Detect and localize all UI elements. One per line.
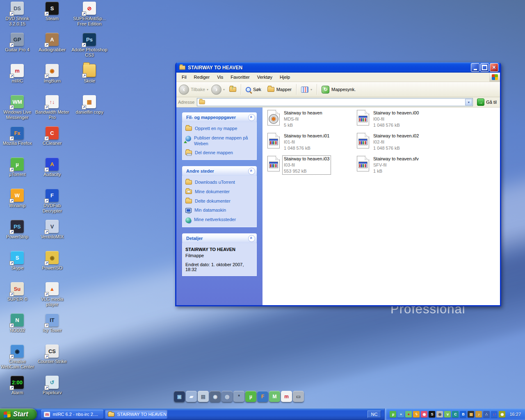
task-link-delte-dokumenter[interactable]: Delte dokumenter (185, 199, 253, 204)
folder-sync-button[interactable]: Mappesynk. (320, 84, 357, 95)
desktop-icon-mozilla-firefox[interactable]: FxMozilla Firefox (0, 126, 34, 146)
volume-tray-icon[interactable]: ♪ (475, 411, 482, 418)
poweriso-tray-icon[interactable]: C (452, 411, 459, 418)
display-properties-icon[interactable]: ▣ (174, 391, 185, 402)
file-tile-stairway-to-heaven[interactable]: Stairway to heavenMDS-fil5 kB (267, 110, 357, 133)
menu-verktøy[interactable]: Verktøy (253, 73, 276, 81)
back-button[interactable]: Tilbake (179, 84, 208, 95)
powerstrip-tray-icon[interactable]: ▤ (468, 411, 474, 418)
bandwidth-tray-icon[interactable]: ↓↑ (491, 411, 498, 418)
folder-icon[interactable]: ▰ (186, 391, 197, 402)
mirc-icon[interactable]: m (281, 391, 292, 402)
messenger-busy-tray-icon[interactable]: ● (405, 411, 412, 418)
desktop-icon-alarm[interactable]: 2:00Alarm (0, 376, 34, 395)
network-activity-tray-icon[interactable]: » (397, 411, 404, 418)
menu-hjelp[interactable]: Hjelp (276, 73, 294, 81)
desktop-icon-bandwidth-meter-pro[interactable]: ↑↓Bandwidth Meter Pro (34, 95, 70, 120)
folders-button[interactable]: Mapper (266, 86, 293, 93)
desktop-icon-ccleaner[interactable]: CCCleaner (34, 126, 70, 146)
desktop-icon-nod32[interactable]: NNOD32 (0, 313, 34, 333)
bluetooth-tray-icon[interactable]: B (460, 411, 466, 418)
task-link-publiser-denne-mappen-på-weben[interactable]: Publiser denne mappen på Weben (185, 135, 253, 147)
camera-icon[interactable]: ◉ (210, 391, 221, 402)
desktop-icon-skole[interactable]: Skole (70, 64, 109, 84)
task-link-mine-dokumenter[interactable]: Mine dokumenter (185, 189, 253, 195)
menu-rediger[interactable]: Rediger (190, 73, 214, 81)
panel-other-places-header[interactable]: Andre steder (182, 166, 257, 176)
start-button[interactable]: Start (0, 409, 37, 420)
desktop-icon-papirkurv[interactable]: ↺Papirkurv (34, 376, 70, 395)
menu-fil[interactable]: Fil (178, 73, 190, 81)
desktop-icon-audacity[interactable]: AAudacity (34, 158, 70, 177)
desktop-icon-winamp[interactable]: WWinamp (0, 189, 34, 208)
file-tile-stairway-to-heaven-i00[interactable]: Stairway to heaven.i00I00-fil1 048 576 k… (357, 110, 446, 133)
firefox-icon[interactable]: F (257, 391, 268, 402)
search-button[interactable]: Søk (244, 86, 263, 94)
file-tile-stairway-to-heaven-i02[interactable]: Stairway to heaven.i02I02-fil1 048 576 k… (357, 133, 446, 156)
window-titlebar[interactable]: STAIRWAY TO HEAVEN (176, 62, 500, 73)
taskbar-button-mirc-6-2-nbs-irc-2[interactable]: mmIRC 6.2 - nbs-irc 2.... (41, 410, 103, 419)
taskbar-button-stairway-to-heaven[interactable]: STAIRWAY TO HEAVEN (105, 410, 167, 419)
file-tile-stairway-to-heaven-sfv[interactable]: Stairway to heaven.sfvSFV-fil1 kB (357, 156, 446, 179)
desktop-icon-guitar-pro-4[interactable]: GPGuitar Pro 4 (0, 33, 34, 52)
language-indicator[interactable]: NC (368, 411, 381, 418)
task-link-del-denne-mappen[interactable]: Del denne mappen (185, 150, 253, 156)
desktop-icon-poweriso[interactable]: ◉PowerISO (34, 251, 70, 271)
utorrent-tray-icon[interactable]: µ (390, 411, 396, 418)
maximize-button[interactable] (480, 63, 489, 72)
messenger-icon[interactable]: M (269, 391, 280, 402)
desktop-icon-mirc[interactable]: mmIRC (0, 64, 34, 84)
menu-vis[interactable]: Vis (213, 73, 227, 81)
desktop-icon-super[interactable]: SuSUPER © (0, 282, 34, 302)
go-button[interactable]: Gå til (475, 98, 498, 106)
desktop-icon-adobe-photoshop-cs3[interactable]: PsAdobe Photoshop CS3 (70, 33, 109, 57)
desktop-icon-danielfin-copy[interactable]: ▦danielfin copy (70, 95, 109, 115)
desktop-icon-windows-live-messenger[interactable]: WMWindows Live Messenger (0, 95, 34, 120)
steam-tray-icon[interactable]: S (429, 411, 435, 418)
close-button[interactable] (490, 63, 498, 72)
display-tray-icon[interactable]: ∴ (483, 411, 490, 418)
panel-file-tasks-header[interactable]: Fil- og mappeoppgaver (182, 112, 257, 122)
desktop-icon-dvdfab-decrypter[interactable]: FDVDFab Decrypter (34, 189, 70, 213)
desktop-icon-µtorrent[interactable]: µµTorrent (0, 158, 34, 177)
desktop-icon-skype[interactable]: SSkype (0, 251, 34, 271)
desktop-icon-superantisp-free-edition[interactable]: ⊘SUPERAntiSp... Free Edition (70, 2, 109, 26)
forward-button[interactable] (211, 84, 225, 95)
file-tile-stairway-to-heaven-i01[interactable]: Stairway to heaven.i01I01-fil1 048 576 k… (267, 133, 357, 156)
forward-dropdown-icon[interactable] (223, 88, 225, 91)
collapse-icon[interactable] (248, 235, 255, 242)
desktop-icon-creative-webcam-center[interactable]: ◉Creative WebCam Center (0, 345, 34, 369)
desktop-icon-audiograbber[interactable]: AAudiograbber (34, 33, 70, 52)
desktop-icon-ventrilomix[interactable]: VVentriloMIX (34, 220, 70, 240)
task-link-min-datamaskin[interactable]: Min datamaskin (185, 208, 253, 213)
utorrent-icon[interactable]: µ (245, 391, 256, 402)
desktop-icon-counter-strike[interactable]: CSCounter-Strike (34, 345, 70, 364)
task-link-opprett-en-ny-mappe[interactable]: Opprett en ny mappe (185, 126, 253, 132)
daemon-tools-tray-icon[interactable]: ◉ (421, 411, 427, 418)
task-link-downloads-utorrent[interactable]: Downloads uTorrent (185, 180, 253, 185)
collapse-icon[interactable] (248, 168, 255, 175)
green-status-tray-icon[interactable]: v (444, 411, 451, 418)
volume-knob-tray-icon[interactable]: ◉ (436, 411, 443, 418)
address-dropdown-button[interactable] (465, 99, 472, 105)
documents-icon[interactable]: ▤ (198, 391, 209, 402)
menu-favoritter[interactable]: Favoritter (227, 73, 253, 81)
views-button[interactable] (299, 85, 314, 94)
back-dropdown-icon[interactable] (207, 88, 208, 91)
file-tile-stairway-to-heaven-i03[interactable]: Stairway to heaven.i03I03-fil553 952 kB (267, 156, 357, 179)
desktop-icon-imgburn[interactable]: ◉ImgBurn (34, 64, 70, 84)
globe-icon[interactable]: ◎ (221, 391, 233, 402)
minimize-button[interactable] (471, 63, 479, 72)
desktop-icon-icy-tower[interactable]: ITIcy Tower (34, 313, 70, 333)
desktop-icon-powerstrip[interactable]: PSPowerStrip (0, 220, 34, 240)
gear-icon[interactable]: * (233, 391, 244, 402)
collapse-icon[interactable] (248, 114, 255, 121)
desktop-icon-vlc-media-player[interactable]: ▲VLC media player (34, 282, 70, 307)
drive-icon[interactable]: ▭ (293, 391, 304, 402)
desktop-icon-steam[interactable]: SSteam (34, 2, 70, 21)
desktop-icon-dvd-shrink-3-2-0-15[interactable]: DSDVD Shrink 3.2.0.15 (0, 2, 34, 26)
up-button[interactable] (228, 86, 238, 93)
task-link-mine-nettverkssteder[interactable]: Mine nettverkssteder (185, 217, 253, 223)
nod32-tray-icon[interactable]: ◉ (499, 411, 505, 418)
panel-details-header[interactable]: Detaljer (182, 233, 257, 243)
